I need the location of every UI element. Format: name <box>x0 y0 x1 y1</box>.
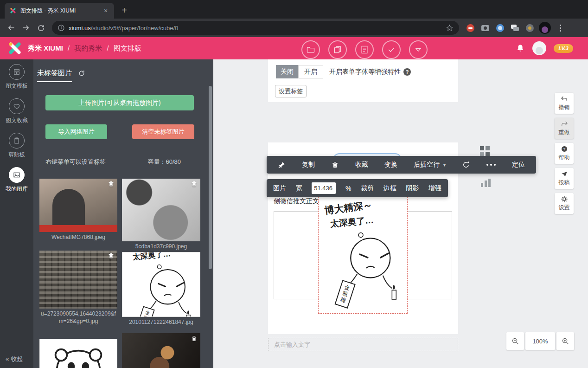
shadow-button[interactable]: 阴影 <box>406 184 419 193</box>
help-button[interactable]: ? 帮助 <box>555 143 574 164</box>
sidebar-item-templates[interactable]: 图文模板 <box>0 64 33 90</box>
redo-button[interactable]: 重做 <box>555 118 574 139</box>
bell-icon[interactable] <box>516 44 525 53</box>
delete-image-icon[interactable] <box>108 181 115 187</box>
library-image-bike-photo[interactable] <box>122 333 200 368</box>
refresh-icon[interactable] <box>78 70 85 79</box>
undo-button[interactable]: 撤销 <box>555 93 574 114</box>
text-input-placeholder[interactable]: 点击输入文字 <box>268 338 458 351</box>
enhance-button[interactable]: 增强 <box>428 184 441 193</box>
copy-button[interactable]: 复制 <box>302 161 315 169</box>
collapse-panel-button[interactable]: «收起 <box>6 355 23 363</box>
browser-tab[interactable]: 图文排版 - 秀米 XIUMI × <box>5 3 114 19</box>
trash-icon[interactable] <box>331 161 339 169</box>
favorite-button[interactable]: 收藏 <box>355 161 368 169</box>
comic-image <box>319 197 407 313</box>
new-tab-button[interactable]: + <box>118 4 131 17</box>
photo-caption-banner <box>39 225 117 232</box>
enhance-off-button[interactable]: 关闭 <box>276 65 298 78</box>
insert-blank-line-button[interactable]: 后插空行 ▾ <box>414 161 446 169</box>
folder-icon[interactable] <box>301 40 320 59</box>
extensions-area <box>465 22 566 34</box>
photo-figure <box>52 189 85 231</box>
image-caption: WechatIMG7868.jpeg <box>39 234 117 241</box>
clear-untagged-button[interactable]: 清空未标签图片 <box>132 124 194 139</box>
library-image-inscription[interactable] <box>39 251 117 309</box>
sidebar-item-label: 剪贴板 <box>8 151 25 159</box>
image-label: 图片 <box>273 184 286 193</box>
settings-button[interactable]: 设置 <box>555 193 574 214</box>
comic-thumbnail <box>122 252 200 316</box>
pin-icon[interactable] <box>278 161 286 169</box>
library-image-card: u=2723090554,1644023209&fm=26&gp=0.jpg <box>39 251 117 325</box>
upload-images-button[interactable]: 上传图片(可从桌面拖放图片) <box>45 95 194 110</box>
more-icon[interactable] <box>486 164 496 166</box>
delete-image-icon[interactable] <box>108 252 115 259</box>
forward-icon[interactable] <box>19 21 32 34</box>
locate-button[interactable]: 定位 <box>512 161 525 169</box>
blue-extension-icon[interactable] <box>494 22 505 33</box>
cards-extension-icon[interactable] <box>509 22 520 33</box>
dropdown-icon[interactable] <box>409 40 428 59</box>
zoom-in-button[interactable] <box>556 332 574 350</box>
library-image-card: 5cdba1d37c990.jpeg <box>122 179 200 251</box>
breadcrumb-separator: / <box>107 44 109 52</box>
layout-grid-handle-icon[interactable] <box>480 146 490 156</box>
tab-untagged-images[interactable]: 未标签图片 <box>37 69 72 82</box>
document-icon[interactable] <box>355 40 374 59</box>
library-image-comic[interactable] <box>122 252 200 317</box>
url-text: xiumi.us/studio/v5#/paper/for/new/cube/0 <box>69 25 442 32</box>
screen: 图文排版 - 秀米 XIUMI × + xiumi.us/studio/v5#/… <box>0 0 588 368</box>
library-image-bw-photo[interactable] <box>122 179 200 241</box>
sidebar-item-gallery[interactable]: 我的图库 <box>0 167 33 193</box>
sidebar-item-label: 图文收藏 <box>6 116 28 124</box>
border-button[interactable]: 边框 <box>383 184 396 193</box>
tab-title: 图文排版 - 秀米 XIUMI <box>20 7 98 15</box>
back-icon[interactable] <box>5 21 18 34</box>
zoom-out-button[interactable] <box>506 332 524 350</box>
panel-scrollbar[interactable] <box>209 86 212 269</box>
pages-icon[interactable] <box>328 40 347 59</box>
sidebar-item-favorites[interactable]: 图文收藏 <box>0 98 33 124</box>
xiumi-logo[interactable] <box>6 40 23 57</box>
browser-menu-icon[interactable] <box>555 25 566 32</box>
user-avatar[interactable] <box>532 41 546 55</box>
library-image-meme[interactable] <box>39 339 117 368</box>
misc-extension-icon[interactable] <box>524 22 535 33</box>
import-web-image-button[interactable]: 导入网络图片 <box>45 124 107 139</box>
selected-image[interactable] <box>318 197 408 314</box>
rotate-icon[interactable] <box>462 161 470 169</box>
help-icon[interactable]: ? <box>403 68 411 76</box>
width-input[interactable] <box>312 182 336 194</box>
sidebar-item-clipboard[interactable]: 剪贴板 <box>0 133 33 159</box>
context-menu-hint: 右键菜单可以设置标签 <box>45 158 106 166</box>
image-library-panel: 未标签图片 上传图片(可从桌面拖放图片) 导入网络图片 清空未标签图片 右键菜单… <box>33 59 213 368</box>
transform-button[interactable]: 变换 <box>384 161 397 169</box>
address-bar[interactable]: xiumi.us/studio/v5#/paper/for/new/cube/0 <box>52 21 459 35</box>
editor-canvas: 关闭 开启 开启表单字体等增强特性 ? 设置标签 侧微信推文正文的鼠标光标处 <box>213 59 588 368</box>
submit-button[interactable]: 投稿 <box>555 168 574 189</box>
nav-my-xiumi[interactable]: 我的秀米 <box>74 44 102 52</box>
set-tag-button[interactable]: 设置标签 <box>275 85 307 97</box>
nav-layout[interactable]: 图文排版 <box>114 44 141 52</box>
site-info-icon[interactable] <box>58 24 65 32</box>
delete-image-icon[interactable] <box>191 335 198 342</box>
reload-icon[interactable] <box>34 21 47 34</box>
enhance-on-button[interactable]: 开启 <box>298 65 323 78</box>
enhance-description: 开启表单字体等增强特性 ? <box>329 68 411 76</box>
svg-text:?: ? <box>563 147 565 151</box>
library-image-wechatimg[interactable] <box>39 179 117 232</box>
crop-button[interactable]: 裁剪 <box>361 184 374 193</box>
browser-profile-avatar[interactable] <box>539 22 551 34</box>
bookmark-star-icon[interactable] <box>446 24 454 32</box>
check-icon[interactable] <box>382 40 401 59</box>
chart-handle-icon[interactable] <box>481 179 491 187</box>
image-caption: 5cdba1d37c990.jpeg <box>122 243 200 251</box>
screenshot-extension-icon[interactable] <box>479 22 491 33</box>
image-caption: u=2723090554,1644023209&fm=26&gp=0.jpg <box>39 310 117 325</box>
sidebar-item-label: 我的图库 <box>6 185 28 193</box>
delete-image-icon[interactable] <box>191 181 198 187</box>
brand-link[interactable]: 秀米 XIUMI <box>28 44 63 52</box>
tab-close-icon[interactable]: × <box>102 7 109 14</box>
adblock-icon[interactable] <box>465 22 476 33</box>
